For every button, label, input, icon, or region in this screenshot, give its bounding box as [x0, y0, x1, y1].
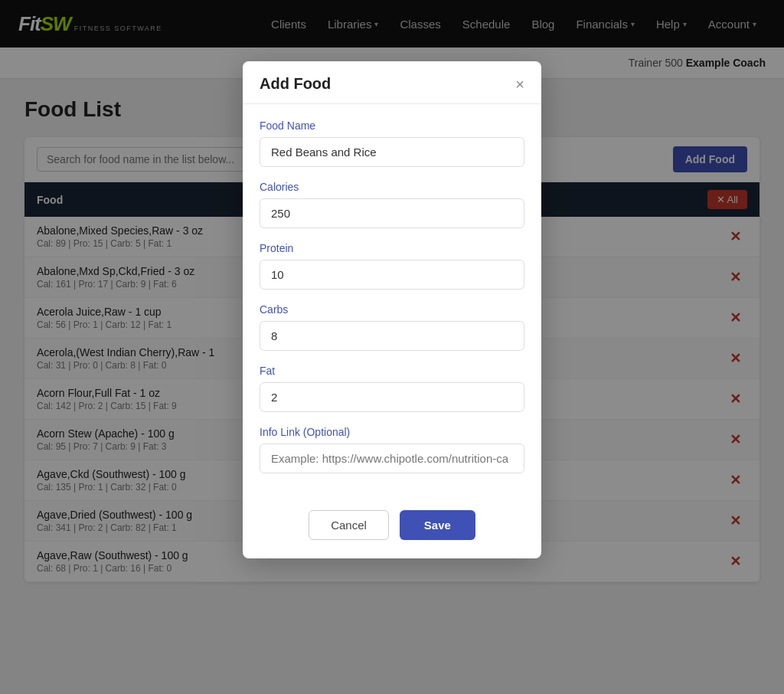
fat-input[interactable]: [260, 382, 524, 412]
calories-label: Calories: [260, 181, 524, 193]
cancel-button[interactable]: Cancel: [309, 510, 389, 540]
food-name-group: Food Name: [260, 119, 524, 167]
food-name-input[interactable]: [260, 137, 524, 167]
protein-input[interactable]: [260, 260, 524, 290]
info-link-label: Info Link (Optional): [260, 426, 524, 438]
modal-close-button[interactable]: ×: [515, 77, 524, 92]
protein-group: Protein: [260, 242, 524, 290]
info-link-input[interactable]: [260, 444, 524, 473]
info-link-group: Info Link (Optional): [260, 426, 524, 473]
calories-input[interactable]: [260, 198, 524, 228]
carbs-group: Carbs: [260, 303, 524, 351]
modal-header: Add Food ×: [243, 61, 541, 104]
carbs-input[interactable]: [260, 321, 524, 351]
modal-overlay: Add Food × Food Name Calories Protein C: [0, 0, 784, 601]
carbs-label: Carbs: [260, 303, 524, 316]
save-button[interactable]: Save: [400, 510, 475, 540]
calories-group: Calories: [260, 181, 524, 228]
fat-group: Fat: [260, 365, 524, 412]
protein-label: Protein: [260, 242, 524, 254]
modal-title: Add Food: [260, 75, 331, 93]
add-food-modal: Add Food × Food Name Calories Protein C: [243, 61, 541, 558]
modal-body: Food Name Calories Protein Carbs Fat: [243, 104, 541, 502]
food-name-label: Food Name: [260, 119, 524, 132]
fat-label: Fat: [260, 365, 524, 377]
modal-footer: Cancel Save: [243, 502, 541, 558]
